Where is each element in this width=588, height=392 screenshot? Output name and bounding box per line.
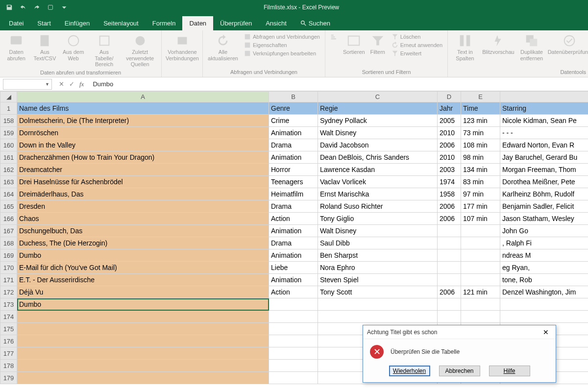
- queries-connections-button[interactable]: Abfragen und Verbindungen: [244, 33, 320, 40]
- cell[interactable]: 107 min: [461, 213, 500, 225]
- column-header-F[interactable]: [500, 92, 588, 102]
- row-header[interactable]: 173: [0, 298, 17, 311]
- cell[interactable]: [438, 225, 461, 237]
- cancel-formula-icon[interactable]: ✕: [59, 80, 64, 88]
- row-header[interactable]: 174: [0, 311, 17, 323]
- cell[interactable]: Saul Dibb: [318, 237, 438, 249]
- cell[interactable]: Tony Giglio: [318, 213, 438, 225]
- from-web-button[interactable]: Aus dem Web: [60, 32, 87, 62]
- text-to-columns-button[interactable]: Text in Spalten: [451, 32, 479, 62]
- cell[interactable]: [269, 372, 318, 384]
- edit-links-button[interactable]: Verknüpfungen bearbeiten: [244, 50, 320, 57]
- cell[interactable]: Duchess, The (Die Herzogin): [17, 237, 269, 249]
- column-header-B[interactable]: B: [269, 92, 318, 102]
- close-icon[interactable]: ✕: [540, 327, 552, 337]
- cell[interactable]: [269, 311, 318, 323]
- cell[interactable]: Tony Scott: [318, 286, 438, 298]
- cell[interactable]: Benjamin Sadler, Felicit: [500, 200, 588, 213]
- cell[interactable]: [461, 225, 500, 237]
- qat-dropdown-icon[interactable]: [60, 3, 69, 12]
- cell[interactable]: Horror: [269, 164, 318, 176]
- cell[interactable]: 134 min: [461, 164, 500, 176]
- cell[interactable]: 2006: [438, 286, 461, 298]
- cell[interactable]: Drama: [269, 200, 318, 213]
- header-cell[interactable]: Jahr: [438, 102, 461, 115]
- cell[interactable]: 2006: [438, 213, 461, 225]
- row-header[interactable]: 168: [0, 237, 17, 249]
- cell[interactable]: [269, 298, 318, 311]
- sort-button[interactable]: Sortieren: [342, 32, 366, 56]
- cell[interactable]: 2006: [438, 139, 461, 151]
- row-header[interactable]: 170: [0, 262, 17, 274]
- accept-formula-icon[interactable]: ✓: [69, 80, 74, 88]
- cell[interactable]: Dreimäderlhaus, Das: [17, 188, 269, 200]
- cell[interactable]: [17, 311, 269, 323]
- cell[interactable]: Dornröschen: [17, 127, 269, 139]
- cell[interactable]: tone, Rob: [500, 274, 588, 286]
- redo-icon[interactable]: [32, 3, 41, 12]
- cell[interactable]: Walt Disney: [318, 225, 438, 237]
- cell[interactable]: 2010: [438, 127, 461, 139]
- cell[interactable]: [17, 335, 269, 347]
- column-header-A[interactable]: A: [17, 92, 269, 102]
- row-header[interactable]: 176: [0, 335, 17, 347]
- cell[interactable]: [17, 323, 269, 335]
- cell[interactable]: Drama: [269, 237, 318, 249]
- column-header-C[interactable]: C: [318, 92, 438, 102]
- cell[interactable]: [461, 262, 500, 274]
- cell[interactable]: Denzel Washington, Jim: [500, 286, 588, 298]
- properties-button[interactable]: Eigenschaften: [244, 42, 320, 49]
- cell[interactable]: David Jacobson: [318, 139, 438, 151]
- cancel-button[interactable]: Abbrechen: [439, 366, 480, 376]
- get-data-button[interactable]: Daten abrufen: [3, 32, 29, 62]
- cell[interactable]: [318, 298, 438, 311]
- tab-daten[interactable]: Daten: [182, 16, 213, 30]
- header-cell[interactable]: Regie: [318, 102, 438, 115]
- cell[interactable]: Morgan Freeman, Thom: [500, 164, 588, 176]
- cell[interactable]: 2010: [438, 151, 461, 164]
- cell[interactable]: John Go: [500, 225, 588, 237]
- cell[interactable]: Animation: [269, 249, 318, 262]
- refresh-all-button[interactable]: Alle aktualisieren: [206, 32, 240, 62]
- cell[interactable]: ndreas M: [500, 249, 588, 262]
- cell[interactable]: E.T. - Der Ausserirdische: [17, 274, 269, 286]
- row-header[interactable]: 177: [0, 347, 17, 360]
- cell[interactable]: 121 min: [461, 286, 500, 298]
- cell[interactable]: Dreamcatcher: [17, 164, 269, 176]
- cell[interactable]: eg Ryan,: [500, 262, 588, 274]
- cell[interactable]: [500, 311, 588, 323]
- cell[interactable]: Jason Statham, Wesley: [500, 213, 588, 225]
- row-header[interactable]: 160: [0, 139, 17, 151]
- reapply-button[interactable]: Erneut anwenden: [392, 42, 442, 49]
- tab-seitenlayout[interactable]: Seitenlayout: [97, 16, 146, 30]
- cell[interactable]: Dorothea Meißner, Pete: [500, 176, 588, 188]
- cell[interactable]: Liebe: [269, 262, 318, 274]
- cell[interactable]: Nicole Kidman, Sean Pe: [500, 115, 588, 127]
- filter-button[interactable]: Filtern: [368, 32, 388, 56]
- cell[interactable]: Crime: [269, 115, 318, 127]
- cell[interactable]: Dschungelbuch, Das: [17, 225, 269, 237]
- row-header[interactable]: 172: [0, 286, 17, 298]
- name-box[interactable]: ▼: [3, 79, 52, 90]
- chevron-down-icon[interactable]: ▼: [45, 82, 49, 87]
- row-header[interactable]: 171: [0, 274, 17, 286]
- cell[interactable]: [318, 311, 438, 323]
- cell[interactable]: Down in the Valley: [17, 139, 269, 151]
- cell[interactable]: Steven Spiel: [318, 274, 438, 286]
- cell[interactable]: 98 min: [461, 151, 500, 164]
- undo-icon[interactable]: [19, 3, 27, 12]
- cell[interactable]: [269, 360, 318, 372]
- cell[interactable]: [461, 237, 500, 249]
- header-cell[interactable]: Name des Films: [17, 102, 269, 115]
- cell[interactable]: Heimatfilm: [269, 188, 318, 200]
- cell[interactable]: 108 min: [461, 139, 500, 151]
- cell[interactable]: [438, 249, 461, 262]
- cell[interactable]: 2006: [438, 200, 461, 213]
- formula-content[interactable]: Dumbo: [88, 80, 113, 88]
- row-header[interactable]: 169: [0, 249, 17, 262]
- cell[interactable]: Sydney Pollack: [318, 115, 438, 127]
- cell[interactable]: Animation: [269, 274, 318, 286]
- tab-ueberpruefen[interactable]: Überprüfen: [213, 16, 259, 30]
- cell[interactable]: Nora Ephro: [318, 262, 438, 274]
- cell[interactable]: Vaclav Vorlicek: [318, 176, 438, 188]
